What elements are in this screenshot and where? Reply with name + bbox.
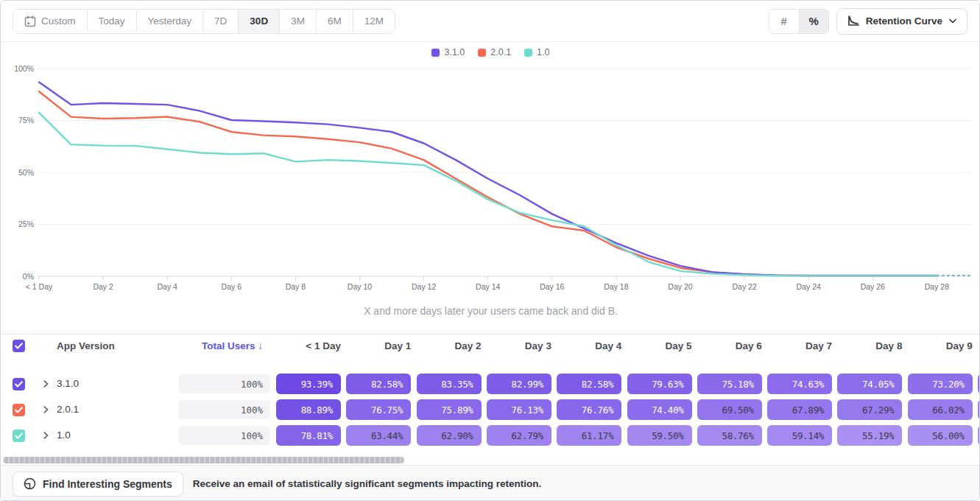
total-users-value: 100% — [179, 400, 270, 419]
retention-cell-day-2[interactable]: 83.35% — [417, 374, 482, 394]
retention-table: App Version Total Users ↓ < 1 DayDay 1Da… — [1, 334, 980, 465]
retention-cell-day-9[interactable]: 66.02% — [908, 399, 973, 420]
chart-type-dropdown[interactable]: Retention Curve — [836, 8, 967, 35]
retention-cell-day-4[interactable]: 61.17% — [557, 425, 621, 446]
x-tick-label: Day 28 — [925, 282, 949, 291]
retention-cell-day-5[interactable]: 74.40% — [627, 399, 692, 420]
column-header-1-day: < 1 Day — [276, 340, 341, 351]
retention-cell-day-7[interactable]: 59.14% — [767, 425, 832, 446]
retention-cell-day-5[interactable]: 79.63% — [627, 374, 692, 394]
find-interesting-segments-button[interactable]: Find Interesting Segments — [13, 472, 183, 497]
retention-cell-day-9[interactable]: 73.20% — [908, 374, 973, 394]
retention-cell-day-1[interactable]: 82.58% — [346, 374, 411, 394]
retention-cell-day-3[interactable]: 76.13% — [487, 399, 551, 420]
x-tick-label: Day 24 — [797, 282, 821, 291]
date-range-30d[interactable]: 30D — [238, 10, 279, 33]
retention-cell-day-0[interactable]: 88.89% — [276, 399, 341, 420]
retention-report-page: CustomTodayYesterday7D30D3M6M12M #% Rete… — [0, 0, 980, 501]
column-header-day-4: Day 4 — [557, 340, 621, 351]
row-checkbox-1-0[interactable] — [13, 430, 25, 442]
retention-cell-day-3[interactable]: 62.79% — [487, 425, 551, 446]
total-users-value: 100% — [179, 374, 270, 393]
toolbar-right: #% Retention Curve — [769, 8, 967, 35]
total-users-value: 100% — [179, 426, 270, 445]
y-tick-label: 25% — [1, 220, 34, 228]
retention-cell-day-2[interactable]: 62.90% — [417, 425, 482, 446]
date-range-today[interactable]: Today — [87, 10, 136, 33]
date-range-label: 12M — [364, 15, 384, 27]
chevron-down-icon — [949, 18, 956, 24]
date-range-label: 6M — [328, 15, 342, 27]
value-format-toggle: #% — [769, 9, 829, 34]
retention-cell-day-7[interactable]: 74.63% — [767, 374, 832, 394]
expand-chevron-icon[interactable] — [40, 404, 51, 415]
retention-cell-day-4[interactable]: 82.58% — [557, 374, 621, 394]
expand-chevron-icon[interactable] — [40, 430, 51, 441]
date-range-label: 7D — [214, 15, 227, 27]
expand-chevron-icon[interactable] — [40, 379, 51, 389]
row-checkbox-2-0-1[interactable] — [13, 404, 25, 416]
retention-cell-day-1[interactable]: 63.44% — [346, 425, 411, 446]
retention-cell-day-3[interactable]: 82.99% — [487, 374, 551, 394]
retention-chart: 3.1.02.0.11.0 0%25%50%75%100% < 1 DayDay… — [1, 42, 980, 334]
date-range-12m[interactable]: 12M — [353, 10, 395, 33]
retention-cell-day-5[interactable]: 59.50% — [627, 425, 692, 446]
retention-cell-day-0[interactable]: 78.81% — [276, 425, 341, 446]
date-range-yesterday[interactable]: Yesterday — [136, 10, 203, 33]
x-tick-label: Day 12 — [412, 282, 436, 291]
x-tick-label: Day 16 — [540, 282, 564, 291]
footer-message: Receive an email of statistically signif… — [193, 478, 541, 489]
date-range-7d[interactable]: 7D — [202, 10, 238, 33]
y-tick-label: 75% — [1, 116, 34, 125]
retention-cell-day-4[interactable]: 76.76% — [557, 399, 621, 420]
x-tick-label: Day 18 — [604, 282, 628, 291]
x-tick-label: < 1 Day — [26, 282, 52, 291]
column-header-day-8: Day 8 — [837, 340, 902, 351]
row-checkbox-3-1-0[interactable] — [13, 378, 25, 390]
calendar-icon — [24, 15, 36, 27]
column-header-day-6: Day 6 — [697, 340, 762, 351]
retention-cell-day-1[interactable]: 76.75% — [346, 399, 411, 420]
retention-cell-day-0[interactable]: 93.39% — [276, 374, 341, 394]
date-range-selector: CustomTodayYesterday7D30D3M6M12M — [13, 9, 395, 34]
retention-cell-day-9[interactable]: 56.00% — [908, 425, 973, 446]
retention-cell-day-8[interactable]: 74.05% — [837, 374, 902, 394]
retention-cell-day-6[interactable]: 69.50% — [697, 399, 762, 420]
column-header-day-2: Day 2 — [417, 340, 482, 351]
percent-format-button[interactable]: % — [799, 10, 828, 33]
table-row-1-0: 1.0100%78.81%63.44%62.90%62.79%61.17%59.… — [1, 423, 980, 449]
date-range-label: Today — [99, 15, 125, 27]
x-tick-label: Day 14 — [476, 282, 500, 291]
column-header-total-users[interactable]: Total Users ↓ — [179, 340, 263, 351]
column-header-day-5: Day 5 — [627, 340, 692, 351]
retention-cell-day-2[interactable]: 75.89% — [417, 399, 482, 420]
x-tick-label: Day 4 — [157, 282, 177, 291]
date-range-label: 30D — [250, 15, 268, 27]
horizontal-scrollbar-thumb[interactable] — [3, 457, 404, 463]
sort-descending-icon: ↓ — [258, 340, 263, 351]
date-range-custom[interactable]: Custom — [13, 10, 87, 33]
column-header-day-1: Day 1 — [346, 340, 411, 351]
date-range-label: Custom — [41, 15, 76, 27]
table-row-3-1-0: 3.1.0100%93.39%82.58%83.35%82.99%82.58%7… — [1, 371, 980, 397]
retention-cell-day-6[interactable]: 58.76% — [697, 425, 762, 446]
app-version-label: 2.0.1 — [57, 404, 79, 415]
retention-cell-day-7[interactable]: 67.89% — [767, 399, 832, 420]
date-range-3m[interactable]: 3M — [279, 10, 316, 33]
retention-cell-day-8[interactable]: 67.29% — [837, 399, 902, 420]
date-range-label: Yesterday — [148, 15, 192, 27]
x-tick-label: Day 20 — [668, 282, 692, 291]
chart-type-label: Retention Curve — [866, 15, 942, 27]
segments-icon — [24, 477, 36, 490]
absolute-format-button[interactable]: # — [769, 10, 799, 33]
column-header-day-7: Day 7 — [767, 340, 832, 351]
y-tick-label: 100% — [1, 64, 34, 73]
x-tick-label: Day 2 — [93, 282, 113, 291]
date-range-6m[interactable]: 6M — [316, 10, 353, 33]
table-row-2-0-1: 2.0.1100%88.89%76.75%75.89%76.13%76.76%7… — [1, 397, 980, 423]
select-all-checkbox[interactable] — [13, 340, 25, 352]
app-version-label: 1.0 — [57, 430, 71, 441]
date-range-label: 3M — [291, 15, 305, 27]
retention-cell-day-8[interactable]: 55.19% — [837, 425, 902, 446]
retention-cell-day-6[interactable]: 75.18% — [697, 374, 762, 394]
